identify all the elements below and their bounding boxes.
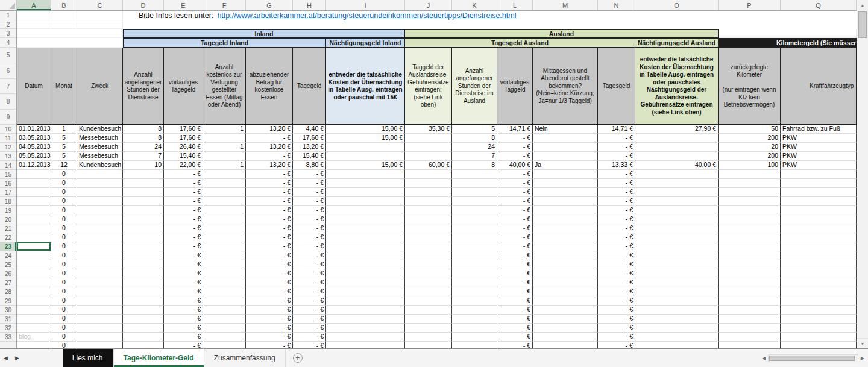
cell-I25[interactable] bbox=[326, 260, 405, 269]
cell-K17[interactable] bbox=[452, 188, 497, 197]
cell-I34[interactable] bbox=[326, 342, 405, 348]
cell-D24[interactable] bbox=[123, 251, 164, 260]
row-header-25[interactable]: 25 bbox=[0, 260, 16, 269]
cell-P16[interactable] bbox=[719, 179, 781, 188]
cell-K26[interactable] bbox=[452, 269, 497, 278]
column-header-B[interactable]: B bbox=[51, 0, 77, 10]
cell-E10[interactable]: 17,60 € bbox=[164, 125, 203, 134]
cell-H22[interactable]: - € bbox=[293, 233, 326, 242]
cell-D21[interactable] bbox=[123, 224, 164, 233]
cell-N15[interactable]: - € bbox=[598, 170, 635, 179]
cell-I17[interactable] bbox=[326, 188, 405, 197]
cell-I12[interactable] bbox=[326, 143, 405, 152]
cell-C12[interactable]: Messebesuch bbox=[77, 143, 123, 152]
cell-N19[interactable]: - € bbox=[598, 206, 635, 215]
cell-D16[interactable] bbox=[123, 179, 164, 188]
cell-Q27[interactable] bbox=[781, 278, 857, 287]
cell-C24[interactable] bbox=[77, 251, 123, 260]
cell-N30[interactable]: - € bbox=[598, 306, 635, 315]
cell-F22[interactable] bbox=[203, 233, 246, 242]
cell-F24[interactable] bbox=[203, 251, 246, 260]
cell-B28[interactable]: 0 bbox=[51, 287, 77, 296]
cell-G30[interactable]: - € bbox=[246, 306, 293, 315]
cell-Q10[interactable]: Fahrrad bzw. zu Fuß bbox=[781, 125, 857, 134]
cell-E17[interactable]: - € bbox=[164, 188, 203, 197]
cell-E12[interactable]: 26,40 € bbox=[164, 143, 203, 152]
column-header-D[interactable]: D bbox=[123, 0, 164, 10]
cell-G21[interactable]: - € bbox=[246, 224, 293, 233]
cell-D28[interactable] bbox=[123, 287, 164, 296]
cell-P18[interactable] bbox=[719, 197, 781, 206]
cell-E21[interactable]: - € bbox=[164, 224, 203, 233]
cell-P26[interactable] bbox=[719, 269, 781, 278]
row-header-33[interactable]: 33 bbox=[0, 333, 16, 342]
cell-C14[interactable]: Kundenbesuch bbox=[77, 161, 123, 170]
cell-F12[interactable]: 1 bbox=[203, 143, 246, 152]
row-header-13[interactable]: 13 bbox=[0, 152, 16, 161]
cell-Q25[interactable] bbox=[781, 260, 857, 269]
cell-E22[interactable]: - € bbox=[164, 233, 203, 242]
cell-J15[interactable] bbox=[405, 170, 452, 179]
cell-F28[interactable] bbox=[203, 287, 246, 296]
cell-B24[interactable]: 0 bbox=[51, 251, 77, 260]
cell-L18[interactable]: - € bbox=[497, 197, 533, 206]
cell-N31[interactable]: - € bbox=[598, 315, 635, 324]
cell-P30[interactable] bbox=[719, 306, 781, 315]
column-header-E[interactable]: E bbox=[164, 0, 203, 10]
vertical-scrollbar[interactable]: ▲ ▼ bbox=[857, 0, 868, 348]
cell-A32[interactable] bbox=[17, 324, 51, 333]
cell-F29[interactable] bbox=[203, 296, 246, 306]
cell-D15[interactable] bbox=[123, 170, 164, 179]
column-header-G[interactable]: G bbox=[246, 0, 293, 10]
cell-A11[interactable]: 03.05.2013 bbox=[17, 134, 51, 143]
column-header-N[interactable]: N bbox=[598, 0, 635, 10]
cell-Q12[interactable]: PKW bbox=[781, 143, 857, 152]
cell-M10[interactable]: Nein bbox=[533, 125, 598, 134]
row-header-11[interactable]: 11 bbox=[0, 134, 16, 143]
cell-C32[interactable] bbox=[77, 324, 123, 333]
cell-O19[interactable] bbox=[635, 206, 719, 215]
cell-F23[interactable] bbox=[203, 242, 246, 251]
row-header-5[interactable]: 5 bbox=[0, 48, 16, 63]
cell-L23[interactable]: - € bbox=[497, 242, 533, 251]
cell-J30[interactable] bbox=[405, 306, 452, 315]
cell-A34[interactable] bbox=[17, 342, 51, 348]
tab-lies-mich[interactable]: Lies mich bbox=[63, 349, 113, 367]
cell-I28[interactable] bbox=[326, 287, 405, 296]
cell-B17[interactable]: 0 bbox=[51, 188, 77, 197]
cell-D18[interactable] bbox=[123, 197, 164, 206]
row-header-27[interactable]: 27 bbox=[0, 278, 16, 287]
row-header-3[interactable]: 3 bbox=[0, 29, 16, 38]
cell-Q15[interactable] bbox=[781, 170, 857, 179]
cell-D27[interactable] bbox=[123, 278, 164, 287]
cell-N32[interactable]: - € bbox=[598, 324, 635, 333]
cell-C31[interactable] bbox=[77, 315, 123, 324]
cell-P31[interactable] bbox=[719, 315, 781, 324]
row-header-23[interactable]: 23 bbox=[0, 242, 16, 251]
cell-H12[interactable]: 13,20 € bbox=[293, 143, 326, 152]
cell-O16[interactable] bbox=[635, 179, 719, 188]
cell-L28[interactable]: - € bbox=[497, 287, 533, 296]
cell-Q14[interactable]: PKW bbox=[781, 161, 857, 170]
h-scrollbar-track[interactable] bbox=[768, 354, 858, 362]
cell-E31[interactable]: - € bbox=[164, 315, 203, 324]
cell-G33[interactable]: - € bbox=[246, 333, 293, 342]
cell-F33[interactable] bbox=[203, 333, 246, 342]
row-header-22[interactable]: 22 bbox=[0, 233, 16, 242]
column-header-L[interactable]: L bbox=[497, 0, 533, 10]
cell-M16[interactable] bbox=[533, 179, 598, 188]
cell-L20[interactable]: - € bbox=[497, 215, 533, 224]
cell-M20[interactable] bbox=[533, 215, 598, 224]
row-header-7[interactable]: 7 bbox=[0, 79, 16, 94]
cell-K18[interactable] bbox=[452, 197, 497, 206]
cell-L10[interactable]: 14,71 € bbox=[497, 125, 533, 134]
cell-D33[interactable] bbox=[123, 333, 164, 342]
cell-E19[interactable]: - € bbox=[164, 206, 203, 215]
cell-H25[interactable]: - € bbox=[293, 260, 326, 269]
cell-A13[interactable]: 05.05.2013 bbox=[17, 152, 51, 161]
cell-B31[interactable]: 0 bbox=[51, 315, 77, 324]
cell[interactable] bbox=[17, 38, 123, 48]
column-header-I[interactable]: I bbox=[326, 0, 405, 10]
cell-L34[interactable]: - € bbox=[497, 342, 533, 348]
cell-E23[interactable]: - € bbox=[164, 242, 203, 251]
